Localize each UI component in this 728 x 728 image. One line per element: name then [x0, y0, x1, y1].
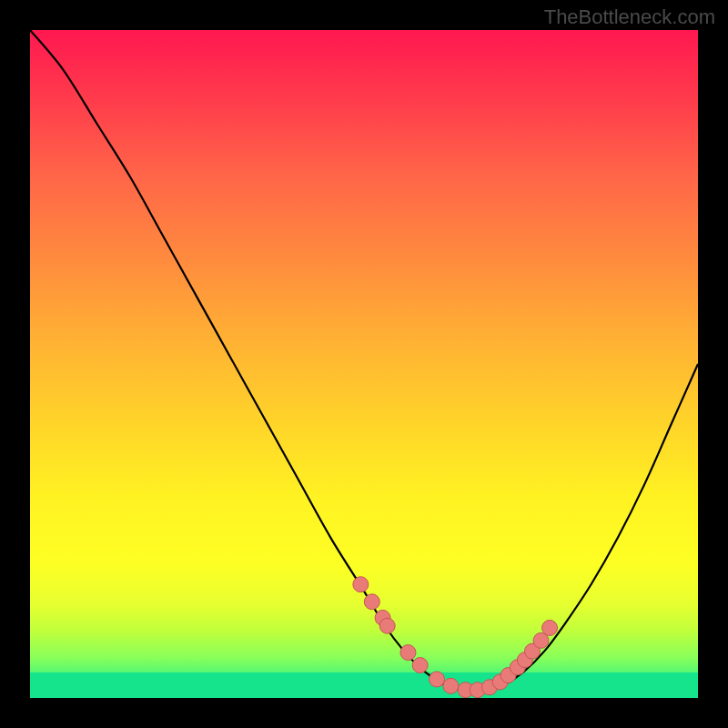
highlight-dots-group [353, 577, 558, 698]
highlight-dot [443, 678, 459, 693]
highlight-dot [542, 620, 558, 635]
highlight-dot [400, 645, 416, 661]
highlight-dot [364, 594, 379, 610]
watermark-text: TheBottleneck.com [544, 5, 715, 29]
curve-group [30, 30, 698, 693]
bottleneck-curve [30, 30, 698, 693]
highlight-dot [379, 618, 395, 633]
highlight-dot [430, 672, 445, 687]
chart-svg [30, 30, 698, 698]
highlight-dot [412, 658, 428, 673]
highlight-dot [353, 577, 369, 592]
